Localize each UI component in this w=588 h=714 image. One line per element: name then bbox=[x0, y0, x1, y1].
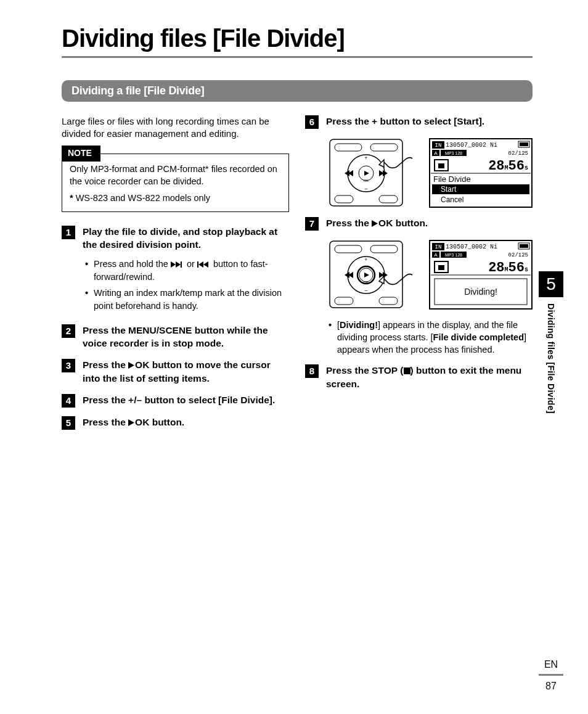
controller-diagram: OK + – bbox=[326, 239, 419, 310]
svg-text:130507_0002 Ni: 130507_0002 Ni bbox=[446, 142, 497, 149]
step-text: button to select [ bbox=[377, 116, 457, 126]
step-6-figures: OK + – bbox=[326, 137, 533, 208]
step-head: Press the OK button. bbox=[326, 217, 533, 231]
step-head: Press the MENU/SCENE button while the vo… bbox=[83, 324, 289, 350]
svg-rect-21 bbox=[335, 195, 353, 203]
step-2: 2 Press the MENU/SCENE button while the … bbox=[62, 324, 289, 350]
svg-text:File Divide: File Divide bbox=[433, 174, 471, 184]
svg-text:IN: IN bbox=[435, 142, 442, 149]
svg-rect-3 bbox=[197, 261, 198, 268]
fast-forward-icon bbox=[171, 258, 184, 271]
chapter-number: 5 bbox=[539, 271, 563, 297]
step-head: Press the + button to select [Start]. bbox=[326, 115, 533, 128]
svg-rect-76 bbox=[404, 367, 410, 374]
button-label: MENU/SCENE bbox=[128, 325, 192, 335]
svg-marker-5 bbox=[203, 261, 208, 268]
step-bullet: Writing an index mark/temp mark at the d… bbox=[85, 287, 289, 312]
step-4: 4 Press the +/– button to select [File D… bbox=[62, 394, 289, 408]
svg-marker-42 bbox=[372, 220, 378, 227]
display-text: Dividing! bbox=[340, 320, 378, 330]
step-bullet: [Dividing!] appears in the display, and … bbox=[329, 319, 533, 356]
menu-item: File Divide bbox=[221, 395, 269, 405]
note-footnote: * WS-823 and WS-822 models only bbox=[70, 192, 281, 204]
step-head: Press the OK button. bbox=[83, 416, 289, 430]
step-head: Press the +/– button to select [File Div… bbox=[83, 394, 289, 407]
step-number: 8 bbox=[305, 364, 319, 378]
rewind-icon bbox=[197, 258, 211, 271]
svg-marker-1 bbox=[176, 261, 181, 268]
lcd-screen-start: IN 130507_0002 Ni A MP3 128 02/125 28M56… bbox=[428, 137, 521, 208]
step-number: 4 bbox=[62, 394, 75, 408]
button-label: OK bbox=[378, 218, 393, 228]
note-box: NOTE Only MP3-format and PCM-format* fil… bbox=[62, 154, 289, 212]
svg-rect-71 bbox=[438, 265, 444, 270]
svg-marker-7 bbox=[128, 419, 134, 426]
svg-rect-58 bbox=[379, 297, 398, 305]
step-text: Press the bbox=[83, 417, 128, 427]
svg-text:Dividing!: Dividing! bbox=[464, 287, 497, 297]
step-8: 8 Press the STOP () button to exit the m… bbox=[305, 364, 533, 391]
svg-text:–: – bbox=[364, 287, 367, 293]
svg-text:28M56s: 28M56s bbox=[488, 260, 528, 276]
play-icon bbox=[128, 417, 135, 430]
step-text: Press the bbox=[83, 359, 128, 370]
step-text: Press the bbox=[326, 218, 372, 228]
svg-rect-45 bbox=[370, 245, 398, 253]
svg-text:28M56s: 28M56s bbox=[488, 158, 528, 174]
svg-text:130507_0002 Ni: 130507_0002 Ni bbox=[446, 244, 497, 250]
note-label: NOTE bbox=[62, 146, 100, 162]
footnote-text: WS-823 and WS-822 models only bbox=[76, 193, 210, 203]
step-7-figures: OK + – bbox=[326, 239, 533, 310]
svg-text:+: + bbox=[364, 155, 367, 161]
svg-marker-54 bbox=[345, 272, 349, 278]
side-label: Dividing files [File Divide] bbox=[546, 301, 556, 416]
step-1: 1 Play the file to divide, and stop play… bbox=[62, 226, 289, 316]
svg-rect-64 bbox=[520, 244, 528, 248]
stop-icon bbox=[404, 365, 410, 378]
svg-text:OK: OK bbox=[364, 281, 369, 284]
step-text: button. bbox=[149, 417, 184, 427]
svg-text:OK: OK bbox=[364, 179, 369, 183]
svg-marker-0 bbox=[171, 261, 176, 268]
step-text: button. bbox=[393, 218, 428, 228]
button-label: STOP bbox=[372, 365, 398, 375]
button-label: + bbox=[372, 116, 377, 126]
svg-rect-57 bbox=[335, 297, 353, 305]
step-head: Press the STOP () button to exit the men… bbox=[326, 364, 533, 391]
step-number: 2 bbox=[62, 324, 75, 338]
lcd-screen-dividing: IN 130507_0002 Ni A MP3 128 02/125 28M56… bbox=[428, 239, 521, 310]
step-text: ]. bbox=[269, 395, 275, 405]
step-5: 5 Press the OK button. bbox=[62, 416, 289, 430]
section-heading: Dividing a file [File Divide] bbox=[62, 80, 533, 102]
bullet-text: or bbox=[184, 259, 197, 269]
step-7: 7 Press the OK button. bbox=[305, 217, 533, 231]
svg-text:MP3 128: MP3 128 bbox=[445, 151, 462, 155]
svg-rect-28 bbox=[520, 142, 528, 146]
step-number: 3 bbox=[62, 359, 75, 372]
step-number: 5 bbox=[62, 416, 75, 430]
svg-text:A: A bbox=[434, 252, 438, 258]
step-bullet: Press and hold the or button to fast-for… bbox=[85, 258, 289, 284]
svg-rect-22 bbox=[379, 195, 398, 203]
play-icon bbox=[128, 359, 135, 372]
svg-marker-6 bbox=[128, 362, 134, 369]
svg-rect-2 bbox=[181, 261, 182, 268]
page-title: Dividing files [File Divide] bbox=[62, 25, 533, 52]
step-3: 3 Press the OK button to move the cursor… bbox=[62, 359, 289, 385]
button-label: +/– bbox=[128, 395, 142, 405]
step-number: 7 bbox=[305, 217, 319, 231]
display-text: File divide completed bbox=[433, 332, 524, 342]
svg-text:02/125: 02/125 bbox=[508, 150, 528, 157]
svg-rect-44 bbox=[335, 245, 362, 253]
step-text: Press the bbox=[326, 365, 372, 375]
play-icon bbox=[372, 218, 378, 231]
svg-marker-20 bbox=[383, 170, 388, 176]
step-head: Play the file to divide, and stop playba… bbox=[83, 226, 289, 252]
step-head: Press the OK button to move the cursor i… bbox=[83, 359, 289, 385]
svg-text:A: A bbox=[434, 150, 438, 156]
svg-rect-35 bbox=[438, 163, 444, 168]
step-text: ( bbox=[398, 365, 403, 375]
footnote-marker: * bbox=[70, 193, 73, 203]
page-number: 87 bbox=[539, 681, 563, 692]
language-code: EN bbox=[539, 659, 563, 676]
